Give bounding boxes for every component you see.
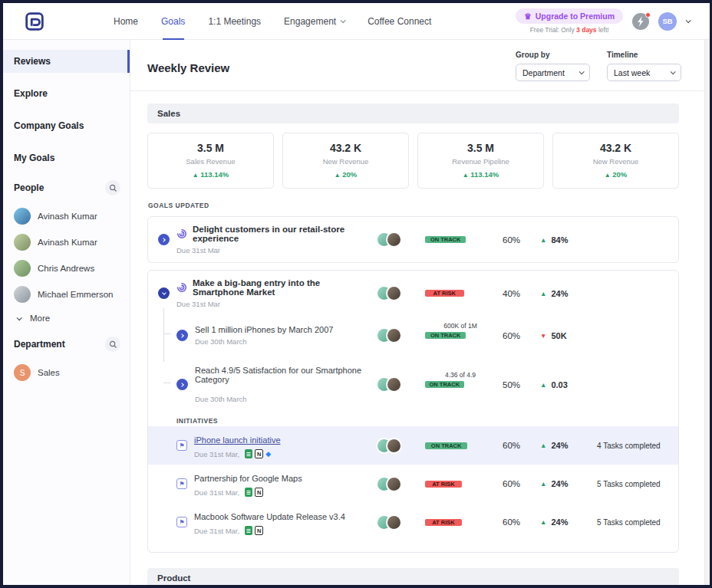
google-sheets-icon[interactable] bbox=[245, 526, 252, 535]
top-navbar: Home Goals 1:1 Meetings Engagement Coffe… bbox=[3, 3, 710, 40]
initiative-row: ⚑ Partnership for Google Maps Due 31st M… bbox=[148, 465, 678, 503]
notion-icon[interactable]: N bbox=[255, 449, 263, 458]
department-search-icon[interactable] bbox=[105, 337, 120, 352]
progress-bar: AT RISK bbox=[425, 481, 496, 488]
initiative-title-link[interactable]: iPhone launch initiative bbox=[194, 435, 281, 445]
initiative-row: ⚑ Macbook Software Update Release v3.4 D… bbox=[148, 503, 678, 541]
goal-progress: 600K of 1MON TRACK 60% bbox=[425, 331, 540, 340]
progress-percent: 60% bbox=[503, 235, 520, 245]
chevron-down-icon bbox=[671, 69, 676, 74]
metric-label: New Revenue bbox=[288, 157, 404, 166]
goal-owner-avatars[interactable] bbox=[376, 476, 425, 492]
nav-engagement[interactable]: Engagement bbox=[284, 3, 344, 40]
goal-due-date: Due 31st Mar bbox=[176, 300, 370, 308]
collapse-goal-icon[interactable] bbox=[158, 287, 170, 299]
department-row-sales[interactable]: SSales bbox=[3, 360, 130, 386]
integration-icons: N bbox=[245, 488, 263, 497]
department-avatar: S bbox=[14, 364, 31, 381]
sidebar-item-company-goals[interactable]: Company Goals bbox=[3, 114, 130, 137]
avatar bbox=[386, 476, 402, 492]
people-more-toggle[interactable]: More bbox=[3, 307, 130, 326]
person-row[interactable]: Avinash Kumar bbox=[3, 203, 130, 229]
avatar bbox=[386, 285, 402, 301]
up-triangle-icon: ▲ bbox=[605, 172, 611, 179]
goal-owner-avatars[interactable] bbox=[376, 376, 425, 393]
metric-value: 3.5 M bbox=[423, 142, 539, 154]
status-badge: ON TRACK bbox=[425, 236, 466, 243]
progress-percent: 60% bbox=[503, 441, 520, 450]
goal-title[interactable]: Make a big-bang entry into the Smartphon… bbox=[193, 278, 370, 297]
delta-triangle-icon: ▲ bbox=[540, 518, 546, 526]
topbar-actions: ♛ Upgrade to Premium Free Trial: Only 3 … bbox=[516, 8, 690, 34]
person-row[interactable]: Michael Emmerson bbox=[3, 281, 130, 307]
user-avatar[interactable]: SB bbox=[658, 12, 677, 31]
goal-card: Delight customers in our retail-store ex… bbox=[147, 216, 679, 263]
goal-owner-avatars[interactable] bbox=[376, 514, 425, 531]
subgoal-due-date: Due 30th March bbox=[195, 337, 370, 346]
user-menu-chevron-icon[interactable] bbox=[686, 18, 691, 23]
nav-home[interactable]: Home bbox=[114, 3, 138, 40]
page-scrollbar[interactable] bbox=[704, 40, 710, 585]
metric-delta: ▲ 113.14% bbox=[153, 170, 269, 179]
peoplebox-logo-icon[interactable] bbox=[23, 10, 46, 33]
expand-goal-icon[interactable] bbox=[158, 234, 170, 245]
goal-row: Delight customers in our retail-store ex… bbox=[148, 217, 678, 262]
section-header-sales: Sales bbox=[147, 103, 679, 123]
upgrade-premium-button[interactable]: ♛ Upgrade to Premium bbox=[516, 8, 623, 24]
group-by-select[interactable]: Department bbox=[516, 64, 590, 81]
sidebar-item-my-goals[interactable]: My Goals bbox=[3, 146, 130, 169]
avatar bbox=[386, 327, 402, 343]
sidebar-item-reviews[interactable]: Reviews bbox=[3, 50, 130, 73]
notion-icon[interactable]: N bbox=[255, 526, 263, 535]
goal-progress: ON TRACK 60% bbox=[425, 235, 540, 245]
tasks-completed: 4 Tasks completed bbox=[597, 442, 678, 450]
progress-bar: ON TRACK bbox=[425, 442, 496, 449]
nav-coffee-connect[interactable]: Coffee Connect bbox=[368, 3, 431, 40]
metric-card: 43.2 K New Revenue ▲ 20% bbox=[282, 133, 409, 189]
google-sheets-icon[interactable] bbox=[245, 488, 252, 497]
progress-bar: ON TRACK bbox=[425, 236, 496, 243]
timeline-select[interactable]: Last week bbox=[607, 64, 681, 81]
nav-meetings[interactable]: 1:1 Meetings bbox=[208, 3, 261, 40]
help-widget-icon[interactable] bbox=[632, 13, 649, 30]
jira-icon[interactable]: ◆ bbox=[265, 451, 271, 458]
goal-owner-avatars[interactable] bbox=[376, 327, 425, 343]
notion-icon[interactable]: N bbox=[255, 488, 263, 497]
goal-progress: AT RISK 60% bbox=[425, 479, 540, 488]
goal-owner-avatars[interactable] bbox=[376, 438, 425, 454]
subgoal-title[interactable]: Sell 1 million iPhones by March 2007 bbox=[195, 325, 333, 334]
measure-value: 600K of 1M bbox=[425, 322, 496, 330]
metric-delta: ▲ 113.14% bbox=[423, 170, 539, 179]
people-search-icon[interactable] bbox=[105, 180, 120, 195]
subgoal-title[interactable]: Reach 4.9/5 Satisfaction for our Smartph… bbox=[195, 366, 370, 384]
goals-updated-label: GOALS UPDATED bbox=[148, 202, 679, 209]
goal-owner-avatars[interactable] bbox=[376, 232, 425, 248]
goal-row: Make a big-bang entry into the Smartphon… bbox=[148, 271, 678, 313]
expand-subgoal-icon[interactable] bbox=[176, 330, 188, 341]
sales-metrics-row: 3.5 M Sales Revenue ▲ 113.14% 43.2 K New… bbox=[147, 133, 679, 189]
sidebar-item-explore[interactable]: Explore bbox=[3, 82, 130, 105]
person-row[interactable]: Chris Andrews bbox=[3, 255, 130, 281]
progress-bar: ON TRACK bbox=[425, 332, 496, 339]
metric-card: 43.2 K New Revenue ▲ 20% bbox=[552, 133, 679, 189]
goal-owner-avatars[interactable] bbox=[376, 285, 425, 301]
tasks-completed: 5 Tasks completed bbox=[597, 518, 678, 527]
goal-title[interactable]: Delight customers in our retail-store ex… bbox=[193, 225, 370, 243]
chevron-down-icon bbox=[17, 315, 22, 320]
section-sales-label: Sales bbox=[157, 109, 180, 118]
chevron-down-icon bbox=[341, 18, 346, 23]
initiative-title[interactable]: Partnership for Google Maps bbox=[194, 474, 302, 483]
initiative-title[interactable]: Macbook Software Update Release v3.4 bbox=[194, 512, 345, 521]
avatar bbox=[386, 514, 402, 531]
department-name: Sales bbox=[38, 368, 60, 377]
goal-delta: ▲24% bbox=[540, 517, 597, 527]
expand-subgoal-icon[interactable] bbox=[176, 379, 188, 390]
avatar bbox=[14, 260, 31, 277]
goal-progress: AT RISK 60% bbox=[425, 517, 540, 527]
notification-dot bbox=[645, 12, 651, 18]
initiative-due-date: Due 31st Mar, N bbox=[194, 488, 376, 497]
google-sheets-icon[interactable] bbox=[245, 449, 252, 458]
person-row[interactable]: Avinash Kumar bbox=[3, 229, 130, 255]
nav-goals[interactable]: Goals bbox=[161, 3, 185, 40]
initiative-due-date: Due 31st Mar, N ◆ bbox=[194, 449, 376, 458]
